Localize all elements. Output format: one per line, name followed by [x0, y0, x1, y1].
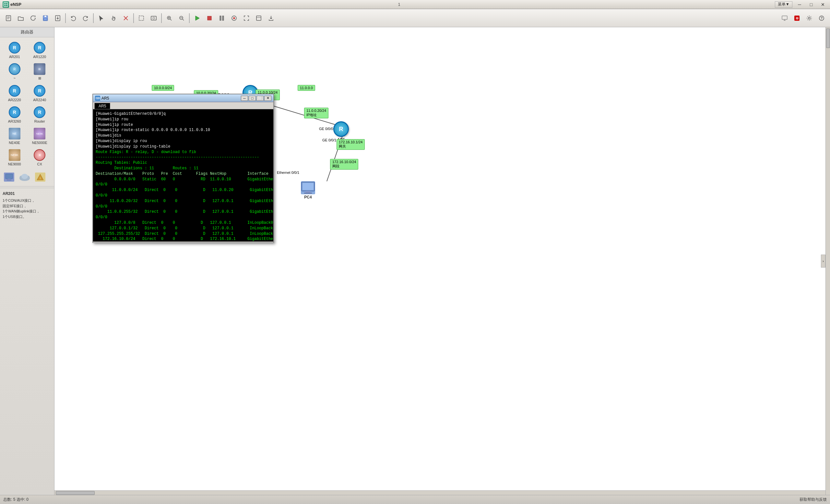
svg-rect-32: [782, 16, 787, 20]
tb-sep3: [133, 13, 134, 23]
device-cloud-extra[interactable]: [17, 171, 32, 184]
label-11020: 11.0.0.20/24IP地址: [304, 108, 328, 118]
svg-rect-25: [208, 16, 212, 20]
tb-delete[interactable]: [120, 12, 132, 24]
term-tab-ar5[interactable]: AR5: [94, 103, 110, 109]
terminal-window: ⌨ AR5 ─ □ ⬜ ✕ AR5 [Huawei-GigabitEtherne…: [92, 94, 274, 243]
selected-device-name: AR201: [3, 191, 52, 196]
tb-capture[interactable]: [228, 12, 240, 24]
svg-rect-8: [44, 15, 46, 17]
tb-export[interactable]: [265, 12, 277, 24]
device-ar1220[interactable]: R AR1220: [28, 40, 52, 60]
tb-sep1: [65, 13, 66, 23]
h-scrollbar[interactable]: [55, 491, 826, 495]
tb-refresh[interactable]: [27, 12, 39, 24]
svg-line-18: [170, 19, 171, 21]
device-custom[interactable]: !: [34, 171, 47, 184]
tb-open[interactable]: [15, 12, 27, 24]
tb-settings[interactable]: [803, 12, 815, 24]
main-canvas[interactable]: 10.0.0.0/24 R AR4 GE 0/0/0 GE 0/0/1 10.0…: [55, 27, 826, 495]
label-1721610024: 172.16.10.0/24网段: [330, 159, 358, 169]
maximize-button[interactable]: □: [805, 1, 817, 8]
label-17216101: 172.16.10.1/24网关: [337, 139, 365, 150]
sidebar-divider: [0, 186, 54, 187]
device-router[interactable]: R Router: [28, 104, 52, 125]
tb-cursor[interactable]: [95, 12, 107, 24]
tb-full[interactable]: [241, 12, 252, 24]
svg-rect-30: [256, 16, 261, 21]
device-ar2240[interactable]: R AR2240: [28, 83, 52, 103]
tb-play[interactable]: [191, 12, 203, 24]
app-title: eNSP: [10, 2, 22, 7]
device-pc[interactable]: [3, 171, 15, 184]
svg-rect-41: [8, 179, 10, 180]
term-close[interactable]: ✕: [264, 96, 272, 101]
tb-zoom-in[interactable]: [163, 12, 175, 24]
terminal-content[interactable]: [Huawei-GigabitEthernet0/0/0]q[Huawei]ip…: [93, 109, 273, 242]
node-pc4[interactable]: PC4: [301, 181, 315, 199]
tb-hand[interactable]: [108, 12, 119, 24]
desc-line1: 1个CON/AUX接口，: [3, 198, 52, 203]
device-cx[interactable]: ✕ CX: [28, 147, 52, 167]
right-expand-handle[interactable]: ›: [821, 255, 826, 267]
desc-line3: 1个WAN侧uplink接口，: [3, 209, 52, 214]
sidebar: 路由器 R AR201 R AR1220 R ~ ⊞ ⊞ R AR2220: [0, 27, 55, 495]
device-ne9000[interactable]: NE9K NE9000: [3, 147, 27, 167]
status-right: 获取帮助与反馈: [800, 497, 827, 502]
svg-rect-40: [5, 174, 13, 179]
tb-save[interactable]: [39, 12, 51, 24]
tb-huawei[interactable]: 华: [791, 12, 803, 24]
tb-screenshot[interactable]: [148, 12, 160, 24]
menu-button[interactable]: 菜单▼: [775, 1, 792, 8]
tb-zoom-out[interactable]: [176, 12, 187, 24]
svg-rect-26: [220, 16, 221, 21]
term-minimize[interactable]: ─: [241, 96, 248, 101]
svg-text:华: 华: [795, 17, 799, 20]
tb-monitor[interactable]: [779, 12, 791, 24]
device-wireless1[interactable]: R ~: [3, 61, 27, 82]
term-restore[interactable]: □: [249, 96, 256, 101]
device-ar201[interactable]: R AR201: [3, 40, 27, 60]
tb-stop[interactable]: [203, 12, 215, 24]
app-icon: eNSP: [0, 1, 24, 8]
svg-rect-14: [139, 16, 143, 21]
svg-line-22: [183, 19, 184, 21]
device-multiport[interactable]: ⊞ ⊞: [28, 61, 52, 82]
tb-pause[interactable]: [216, 12, 228, 24]
svg-point-37: [808, 17, 810, 19]
label-11000: 11.0.0.0: [298, 85, 315, 91]
tb-help[interactable]: ?: [816, 12, 827, 24]
tb-redo[interactable]: [80, 12, 91, 24]
status-bar: 总数: 5 选中: 0 获取帮助与反馈: [0, 495, 830, 504]
svg-rect-27: [222, 16, 224, 21]
minimize-button[interactable]: ─: [794, 1, 805, 8]
menu-bar[interactable]: 菜单▼: [774, 1, 792, 8]
tb-topology[interactable]: [253, 12, 264, 24]
close-button[interactable]: ✕: [817, 1, 829, 8]
v-scrollbar[interactable]: [826, 27, 830, 495]
terminal-controls: ─ □ ⬜ ✕: [241, 96, 272, 101]
svg-rect-15: [151, 16, 156, 20]
device-ne5000e[interactable]: NE5K NE5000E: [28, 126, 52, 146]
tb-saveas[interactable]: [52, 12, 64, 24]
terminal-title: ⌨ AR5: [95, 96, 241, 101]
term-maximize[interactable]: ⬜: [256, 96, 264, 101]
window-controls: ─ □ ✕: [794, 1, 829, 8]
device-ne40e[interactable]: NE NE40E: [3, 126, 27, 146]
label-ar5-ge001: GE 0/0/1: [320, 137, 338, 143]
device-grid-main: R AR201 R AR1220 R ~ ⊞ ⊞ R AR2220 R AR22…: [0, 37, 54, 170]
toolbar: 华 ?: [0, 9, 830, 27]
tb-undo[interactable]: [67, 12, 79, 24]
sidebar-device-info: AR201 1个CON/AUX接口， 固定8FE接口， 1个WAN侧uplink…: [0, 188, 54, 222]
sidebar-section-title: 路由器: [0, 27, 54, 37]
svg-text:!: !: [40, 177, 41, 180]
svg-rect-42: [7, 180, 11, 180]
tb-area-select[interactable]: [135, 12, 147, 24]
extra-devices-row: !: [0, 170, 54, 185]
tb-new[interactable]: [3, 12, 14, 24]
label-10000: 10.0.0.0/24: [152, 85, 174, 91]
device-ar3260[interactable]: R AR3260: [3, 104, 27, 125]
svg-rect-56: [302, 183, 314, 190]
svg-rect-55: [304, 193, 312, 194]
device-ar2220[interactable]: R AR2220: [3, 83, 27, 103]
